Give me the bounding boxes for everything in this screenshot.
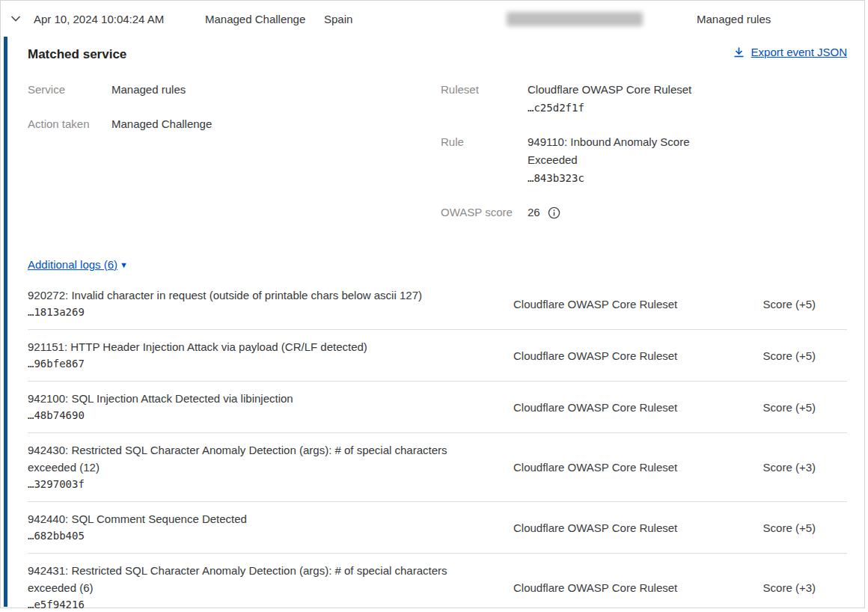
details-left-column: Service Managed rules Action taken Manag… <box>28 81 441 238</box>
log-rule-description: 921151: HTTP Header Injection Attack via… <box>28 338 462 355</box>
owasp-score-label: OWASP score <box>441 204 528 221</box>
event-timestamp: Apr 10, 2024 10:04:24 AM <box>34 1 164 37</box>
firewall-event-container: Apr 10, 2024 10:04:24 AM Managed Challen… <box>0 0 865 608</box>
log-description-cell: 942440: SQL Comment Sequence Detected …6… <box>28 510 462 545</box>
log-description-cell: 942431: Restricted SQL Character Anomaly… <box>28 562 462 612</box>
log-score-cell: Score (+5) <box>763 521 847 534</box>
owasp-score-value-wrap: 26 <box>528 204 560 221</box>
chevron-down-icon <box>10 13 22 25</box>
additional-logs-label: Additional logs (6) <box>28 258 117 271</box>
log-row: 942440: SQL Comment Sequence Detected …6… <box>28 502 847 554</box>
log-score-cell: Score (+5) <box>763 298 847 310</box>
log-rule-hash: …1813a269 <box>28 304 462 321</box>
collapse-event-button[interactable] <box>10 1 22 37</box>
rule-name: 949110: Inbound Anomaly Score Exceeded <box>528 135 690 166</box>
panel-title: Matched service <box>28 46 126 62</box>
panel-top: Matched service Export event JSON <box>28 46 847 62</box>
log-score-cell: Score (+3) <box>763 581 847 594</box>
event-row-header: Apr 10, 2024 10:04:24 AM Managed Challen… <box>1 1 864 37</box>
log-ruleset-cell: Cloudflare OWASP Core Ruleset <box>513 581 693 594</box>
service-row: Service Managed rules <box>28 81 441 99</box>
ruleset-row: Ruleset Cloudflare OWASP Core Ruleset …c… <box>441 81 847 117</box>
ruleset-value: Cloudflare OWASP Core Ruleset …c25d2f1f <box>528 81 691 117</box>
event-country: Spain <box>324 1 352 37</box>
log-ruleset-cell: Cloudflare OWASP Core Ruleset <box>513 298 693 310</box>
download-icon <box>733 46 745 58</box>
export-link-label: Export event JSON <box>751 46 847 58</box>
log-description-cell: 942430: Restricted SQL Character Anomaly… <box>28 441 462 493</box>
rule-row: Rule 949110: Inbound Anomaly Score Excee… <box>441 133 847 187</box>
event-action: Managed Challenge <box>205 1 305 37</box>
log-rule-description: 942431: Restricted SQL Character Anomaly… <box>28 562 462 596</box>
action-taken-label: Action taken <box>28 115 111 133</box>
service-label: Service <box>28 81 111 99</box>
log-rule-description: 942100: SQL Injection Attack Detected vi… <box>28 390 462 407</box>
caret-down-icon: ▼ <box>120 260 128 269</box>
redacted-blur <box>507 12 643 26</box>
log-row: 942431: Restricted SQL Character Anomaly… <box>28 554 847 612</box>
details-right-column: Ruleset Cloudflare OWASP Core Ruleset …c… <box>441 81 847 238</box>
additional-logs-table: 920272: Invalid character in request (ou… <box>28 278 847 612</box>
log-row: 942100: SQL Injection Attack Detected vi… <box>28 382 847 433</box>
matched-service-details: Service Managed rules Action taken Manag… <box>28 81 847 238</box>
event-detail-panel: Matched service Export event JSON <box>4 37 864 607</box>
log-row: 920272: Invalid character in request (ou… <box>28 278 847 330</box>
event-service: Managed rules <box>697 1 771 37</box>
service-value: Managed rules <box>111 81 186 99</box>
log-score-cell: Score (+5) <box>763 401 847 414</box>
log-rule-description: 942430: Restricted SQL Character Anomaly… <box>28 441 462 476</box>
log-rule-hash: …e5f94216 <box>28 596 462 612</box>
log-row: 921151: HTTP Header Injection Attack via… <box>28 330 847 382</box>
action-taken-row: Action taken Managed Challenge <box>28 115 441 133</box>
log-description-cell: 920272: Invalid character in request (ou… <box>28 287 462 321</box>
info-icon[interactable] <box>548 206 560 219</box>
export-event-json-link[interactable]: Export event JSON <box>733 46 847 58</box>
rule-hash: …843b323c <box>528 169 709 187</box>
ruleset-label: Ruleset <box>441 81 528 99</box>
log-row: 942430: Restricted SQL Character Anomaly… <box>28 433 847 502</box>
ruleset-name: Cloudflare OWASP Core Ruleset <box>528 83 691 96</box>
log-score-cell: Score (+5) <box>763 349 847 362</box>
rule-label: Rule <box>441 133 528 151</box>
log-rule-hash: …96bfe867 <box>28 355 462 373</box>
log-ruleset-cell: Cloudflare OWASP Core Ruleset <box>513 349 693 362</box>
ruleset-hash: …c25d2f1f <box>528 99 691 117</box>
log-rule-hash: …682bb405 <box>28 527 462 545</box>
log-ruleset-cell: Cloudflare OWASP Core Ruleset <box>513 461 693 474</box>
rule-value: 949110: Inbound Anomaly Score Exceeded …… <box>528 133 709 187</box>
log-rule-hash: …48b74690 <box>28 407 462 424</box>
log-description-cell: 942100: SQL Injection Attack Detected vi… <box>28 390 462 424</box>
log-ruleset-cell: Cloudflare OWASP Core Ruleset <box>513 401 693 414</box>
log-score-cell: Score (+3) <box>763 461 847 474</box>
event-redacted-value <box>507 1 643 37</box>
owasp-score-row: OWASP score 26 <box>441 204 847 221</box>
log-rule-hash: …3297003f <box>28 476 462 493</box>
log-ruleset-cell: Cloudflare OWASP Core Ruleset <box>513 521 693 534</box>
additional-logs-toggle[interactable]: Additional logs (6) ▼ <box>28 258 128 271</box>
action-taken-value: Managed Challenge <box>111 115 212 133</box>
log-rule-description: 920272: Invalid character in request (ou… <box>28 287 462 304</box>
log-description-cell: 921151: HTTP Header Injection Attack via… <box>28 338 462 373</box>
owasp-score-value: 26 <box>528 204 540 221</box>
log-rule-description: 942440: SQL Comment Sequence Detected <box>28 510 462 527</box>
